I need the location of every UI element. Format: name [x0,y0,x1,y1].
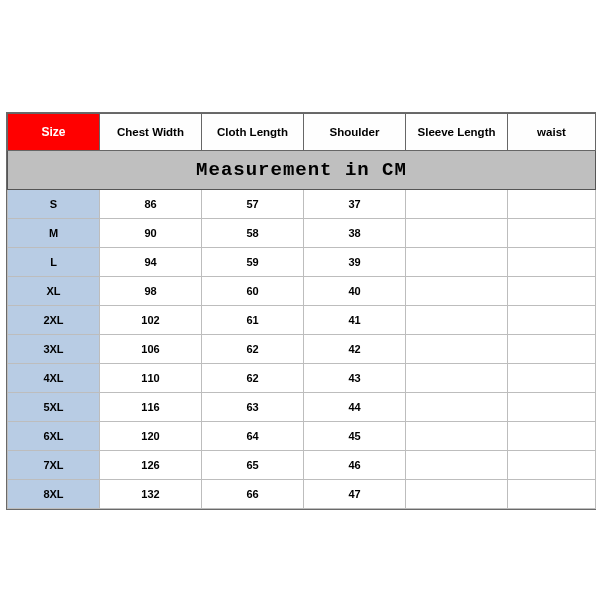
cell-chest: 102 [100,306,202,335]
cell-waist [508,190,596,219]
cell-sleeve [406,277,508,306]
measurement-table: Measurement in CM Size Chest Width Cloth… [7,113,596,509]
table-row: L945939 [8,248,596,277]
cell-shoulder: 41 [304,306,406,335]
cell-cloth: 60 [202,277,304,306]
cell-sleeve [406,248,508,277]
column-header-shoulder: Shoulder [304,114,406,151]
cell-sleeve [406,480,508,509]
cell-sleeve [406,335,508,364]
cell-shoulder: 40 [304,277,406,306]
measurement-table-container: Measurement in CM Size Chest Width Cloth… [6,112,596,510]
column-header-cloth: Cloth Length [202,114,304,151]
column-header-chest: Chest Width [100,114,202,151]
table-row: 4XL1106243 [8,364,596,393]
cell-sleeve [406,306,508,335]
cell-sleeve [406,219,508,248]
cell-cloth: 66 [202,480,304,509]
cell-sleeve [406,393,508,422]
cell-waist [508,219,596,248]
cell-chest: 86 [100,190,202,219]
cell-sleeve [406,190,508,219]
cell-cloth: 64 [202,422,304,451]
cell-cloth: 61 [202,306,304,335]
cell-waist [508,277,596,306]
cell-waist [508,451,596,480]
cell-shoulder: 37 [304,190,406,219]
cell-size: S [8,190,100,219]
cell-waist [508,393,596,422]
column-header-size: Size [8,114,100,151]
cell-waist [508,422,596,451]
table-row: 2XL1026141 [8,306,596,335]
cell-chest: 110 [100,364,202,393]
cell-shoulder: 47 [304,480,406,509]
cell-chest: 132 [100,480,202,509]
cell-sleeve [406,422,508,451]
table-row: 6XL1206445 [8,422,596,451]
cell-cloth: 63 [202,393,304,422]
cell-chest: 90 [100,219,202,248]
cell-chest: 116 [100,393,202,422]
cell-shoulder: 42 [304,335,406,364]
cell-shoulder: 46 [304,451,406,480]
cell-size: M [8,219,100,248]
cell-shoulder: 38 [304,219,406,248]
cell-chest: 106 [100,335,202,364]
cell-cloth: 58 [202,219,304,248]
column-header-sleeve: Sleeve Length [406,114,508,151]
cell-size: 8XL [8,480,100,509]
cell-shoulder: 43 [304,364,406,393]
table-header-row: Size Chest Width Cloth Length Shoulder S… [8,114,596,151]
cell-size: L [8,248,100,277]
cell-sleeve [406,451,508,480]
cell-waist [508,364,596,393]
cell-size: 3XL [8,335,100,364]
cell-cloth: 59 [202,248,304,277]
cell-waist [508,248,596,277]
cell-shoulder: 39 [304,248,406,277]
table-row: XL986040 [8,277,596,306]
cell-chest: 98 [100,277,202,306]
table-row: 8XL1326647 [8,480,596,509]
cell-cloth: 65 [202,451,304,480]
cell-sleeve [406,364,508,393]
table-row: S865737 [8,190,596,219]
cell-size: 5XL [8,393,100,422]
table-body: S865737M905838L945939XL9860402XL10261413… [8,190,596,509]
cell-cloth: 62 [202,364,304,393]
cell-size: 2XL [8,306,100,335]
cell-cloth: 57 [202,190,304,219]
cell-size: XL [8,277,100,306]
cell-chest: 120 [100,422,202,451]
cell-size: 4XL [8,364,100,393]
table-row: M905838 [8,219,596,248]
table-row: 5XL1166344 [8,393,596,422]
cell-size: 7XL [8,451,100,480]
cell-shoulder: 45 [304,422,406,451]
cell-chest: 126 [100,451,202,480]
column-header-waist: waist [508,114,596,151]
table-title-row: Measurement in CM [8,151,596,190]
table-row: 3XL1066242 [8,335,596,364]
table-row: 7XL1266546 [8,451,596,480]
cell-chest: 94 [100,248,202,277]
cell-waist [508,306,596,335]
cell-waist [508,335,596,364]
cell-cloth: 62 [202,335,304,364]
cell-shoulder: 44 [304,393,406,422]
table-title: Measurement in CM [8,151,596,190]
page: Measurement in CM Size Chest Width Cloth… [0,0,600,600]
cell-size: 6XL [8,422,100,451]
cell-waist [508,480,596,509]
